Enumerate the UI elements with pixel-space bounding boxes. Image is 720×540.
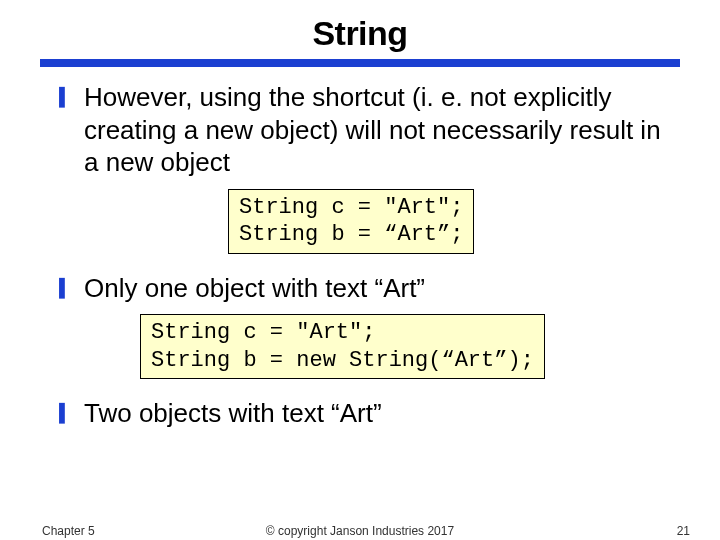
bullet-icon: ▮ [58, 272, 66, 301]
footer-page-number: 21 [677, 524, 690, 538]
bullet-icon: ▮ [58, 397, 66, 426]
title-underline [40, 59, 680, 67]
code-block-1: String c = "Art"; String b = “Art”; [228, 189, 474, 254]
bullet-item: ▮ Two objects with text “Art” [58, 397, 668, 430]
code-block-2: String c = "Art"; String b = new String(… [140, 314, 545, 379]
bullet-text: However, using the shortcut (i. e. not e… [84, 81, 668, 179]
bullet-item: ▮ Only one object with text “Art” [58, 272, 668, 305]
bullet-text: Two objects with text “Art” [84, 397, 382, 430]
slide-content: ▮ However, using the shortcut (i. e. not… [0, 81, 720, 430]
bullet-text: Only one object with text “Art” [84, 272, 425, 305]
slide-title: String [0, 0, 720, 59]
code-block-wrap: String c = "Art"; String b = “Art”; [58, 189, 668, 254]
footer-copyright: © copyright Janson Industries 2017 [0, 524, 720, 538]
bullet-item: ▮ However, using the shortcut (i. e. not… [58, 81, 668, 179]
code-block-wrap: String c = "Art"; String b = new String(… [58, 314, 668, 379]
bullet-icon: ▮ [58, 81, 66, 110]
